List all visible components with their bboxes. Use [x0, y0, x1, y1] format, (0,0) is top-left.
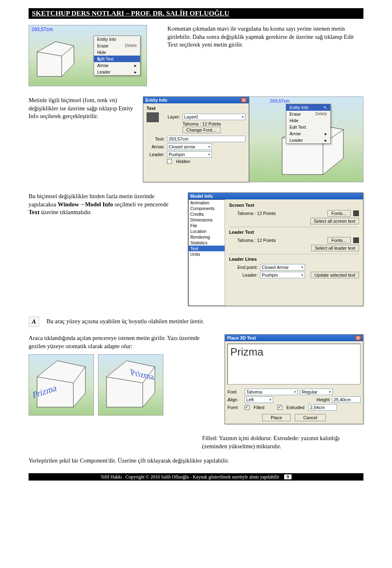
- select-all-leader-button[interactable]: Select all leader text: [311, 245, 359, 251]
- para-post: üzerine tıklanmalıdır.: [40, 209, 92, 215]
- leader-dropdown-2[interactable]: Pushpin: [260, 272, 305, 278]
- place-3d-titlebar[interactable]: Place 3D Text ×: [225, 335, 363, 341]
- fonts-button-2[interactable]: Fonts…: [327, 237, 351, 244]
- select-all-screen-button[interactable]: Select all screen text: [310, 218, 359, 224]
- prism-thumbnails: Prizma Prizma: [29, 354, 216, 416]
- cancel-button[interactable]: Cancel: [295, 414, 326, 421]
- filled-extruded-row: Filled: Yazının içini doldurur. Extruded…: [29, 434, 363, 450]
- model-info-dialog: Model Info Animation Components Credits …: [188, 192, 363, 306]
- page-header: SKETCHUP DERS NOTLARI – PROF. DR. SALİH …: [29, 8, 363, 19]
- para-mid: seçilmeli ve pencerede: [113, 201, 169, 208]
- context-menu-2[interactable]: Entity Info ↖ Erase Delete Hide Edit Tex…: [286, 104, 331, 144]
- font-dropdown[interactable]: Tahoma: [245, 389, 298, 395]
- menu-path: Window→Model Info: [58, 201, 113, 208]
- page-footer: Telif Hakkı . Copyright © 2010 Salih Ofl…: [29, 473, 363, 481]
- svg-marker-8: [37, 361, 85, 407]
- leader-lines-heading: Leader Lines: [229, 257, 359, 262]
- menu-item-erase[interactable]: Erase Delete: [94, 42, 140, 49]
- context-menu[interactable]: Entity Info Erase Delete Hide Edit Text …: [94, 36, 140, 76]
- menu-label: Entity Info: [290, 105, 309, 110]
- model-info-sidebar[interactable]: Animation Components Credits Dimensions …: [188, 199, 225, 306]
- menu-item-erase-2[interactable]: Erase Delete: [286, 111, 330, 117]
- dropdown-value: Regular: [302, 389, 318, 394]
- sidebar-item-components[interactable]: Components: [189, 206, 225, 211]
- menu-item-leader[interactable]: Leader▸: [94, 69, 140, 75]
- filled-label: Filled: [254, 405, 264, 410]
- cursor-icon: ↖: [323, 105, 327, 110]
- menu-item-entity-info[interactable]: Entity Info: [94, 36, 140, 42]
- menu-item-leader-2[interactable]: Leader▸: [286, 137, 330, 143]
- viewport-entity-info-screenshot: 293,57cm Entity Info ↖ Erase Delete Hide…: [249, 96, 363, 182]
- sidebar-item-units[interactable]: Units: [189, 251, 225, 257]
- entity-type-label: Text: [147, 106, 245, 111]
- model-info-titlebar[interactable]: Model Info: [188, 193, 363, 199]
- menu-item-arrow-2[interactable]: Arrow▸: [286, 130, 330, 137]
- dimension-label-2: 293,57cm: [270, 98, 290, 103]
- hidden-checkbox[interactable]: [167, 159, 172, 164]
- leader-text-heading: Leader Text: [229, 230, 359, 235]
- fonts-button-1[interactable]: Fonts…: [327, 210, 351, 217]
- color-swatch-1[interactable]: [353, 210, 359, 216]
- menu-item-entity-info-selected[interactable]: Entity Info ↖: [286, 104, 330, 111]
- screen-text-heading: Screen Text: [229, 203, 359, 208]
- style-dropdown[interactable]: Regular: [300, 389, 333, 395]
- sidebar-item-credits[interactable]: Credits: [189, 211, 225, 217]
- sidebar-item-rendering[interactable]: Rendering: [189, 234, 225, 240]
- menu-item-edit-text-selected[interactable]: Edit Text ↖: [94, 56, 140, 62]
- menu-item-arrow[interactable]: Arrow▸: [94, 62, 140, 69]
- change-font-button[interactable]: Change Font…: [183, 127, 220, 133]
- close-icon[interactable]: ×: [241, 98, 247, 103]
- dropdown-value: Left: [246, 397, 254, 402]
- extruded-checkbox[interactable]: [277, 405, 282, 410]
- layer-dropdown[interactable]: Layer0: [183, 114, 245, 120]
- layer-label: Layer:: [162, 114, 180, 119]
- color-swatch-2[interactable]: [353, 237, 359, 243]
- menu-item-hide-2[interactable]: Hide: [286, 117, 330, 124]
- sidebar-item-dimensions[interactable]: Dimensions: [189, 217, 225, 223]
- align-dropdown[interactable]: Left: [245, 396, 273, 403]
- entity-info-titlebar[interactable]: Entity Info ×: [143, 97, 249, 103]
- endpoint-dropdown[interactable]: Closed Arrow: [260, 264, 305, 271]
- place-button[interactable]: Place: [262, 414, 291, 421]
- viewport-context-menu-screenshot: 293,57cm Entity Info Erase Delete Hide E…: [29, 25, 147, 86]
- leader-dropdown[interactable]: Pushpin: [167, 151, 212, 158]
- hidden-label: Hidden: [176, 159, 190, 164]
- arrow-label: Arrow:: [147, 144, 165, 149]
- dialog-title: Place 3D Text: [227, 335, 256, 340]
- leader-text-font: Tahoma : 12 Points: [237, 238, 325, 243]
- 3d-text-tool-row: A Bu araç yüzey açısına uyabilen üç boyu…: [29, 316, 363, 327]
- color-swatch[interactable]: [147, 112, 159, 122]
- 3d-text-input[interactable]: Prizma: [227, 344, 361, 385]
- menu-label: Arrow: [290, 131, 301, 136]
- sidebar-item-statistics[interactable]: Statistics: [189, 240, 225, 246]
- dropdown-value: Tahoma: [246, 389, 262, 394]
- section3-paragraph: Bu biçimsel değişiklikler birden fazla m…: [29, 192, 180, 306]
- dropdown-value: Closed arrow: [169, 144, 195, 149]
- section-4-body: Araca tıklandığında açılan pencereye ist…: [29, 334, 363, 424]
- dropdown-value: Layer0: [184, 114, 198, 119]
- filled-checkbox[interactable]: [245, 405, 249, 410]
- extruded-input[interactable]: 2,54cm: [308, 404, 337, 411]
- section-1: 293,57cm Entity Info Erase Delete Hide E…: [29, 25, 363, 86]
- section-2: Metinle ilgili biçimsel (font, renk vn) …: [29, 96, 363, 182]
- menu-label: Entity Info: [97, 37, 116, 42]
- svg-marker-0: [37, 42, 74, 76]
- sidebar-item-animation[interactable]: Animation: [189, 200, 225, 206]
- sidebar-item-text-selected[interactable]: Text: [189, 246, 225, 251]
- screen-text-font: Tahoma : 12 Points: [237, 211, 325, 216]
- update-selected-text-button[interactable]: Update selected text: [311, 272, 359, 278]
- menu-item-hide[interactable]: Hide: [94, 49, 140, 56]
- text-input[interactable]: 293,57cm: [167, 136, 245, 142]
- dimension-label: 293,57cm: [31, 27, 53, 32]
- filled-extruded-description: Filled: Yazının içini doldurur. Extruded…: [202, 434, 363, 450]
- 3d-text-tool-icon[interactable]: A: [29, 316, 39, 327]
- arrow-dropdown[interactable]: Closed arrow: [167, 143, 212, 150]
- menu-item-edit-text-2[interactable]: Edit Text: [286, 124, 330, 130]
- sidebar-item-file[interactable]: File: [189, 223, 225, 228]
- align-label: Align: [227, 397, 242, 402]
- close-icon[interactable]: ×: [355, 335, 361, 340]
- prism-shape: [33, 40, 82, 81]
- leader-label-2: Leader:: [229, 273, 258, 277]
- height-input[interactable]: 25,40cm: [332, 396, 361, 403]
- sidebar-item-location[interactable]: Location: [189, 228, 225, 234]
